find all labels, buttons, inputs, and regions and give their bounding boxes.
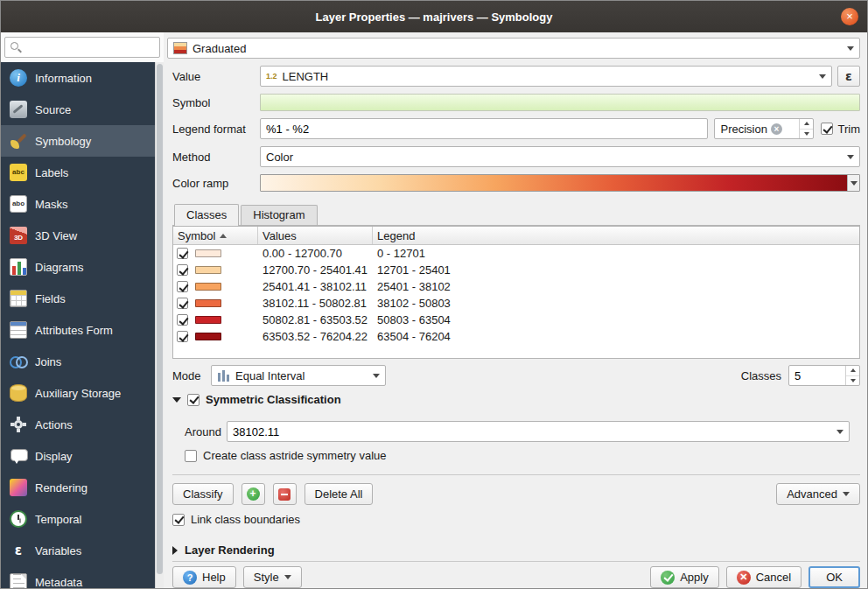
symmetric-checkbox[interactable] [187,394,200,406]
sidebar-item-display[interactable]: Display [1,440,155,472]
class-row[interactable]: 63503.52 - 76204.22 63504 - 76204 [173,328,859,345]
column-header-values[interactable]: Values [258,227,373,244]
sidebar-item-variables[interactable]: Variables [1,535,155,566]
ok-button[interactable]: OK [808,566,860,588]
class-color-swatch[interactable] [195,266,221,274]
sidebar-item-3d-view[interactable]: 3D View [1,220,155,251]
advanced-button[interactable]: Advanced [776,483,860,505]
help-icon: ? [183,571,197,585]
clear-icon[interactable]: × [771,123,782,135]
sidebar-item-labels[interactable]: Labels [1,157,155,188]
sidebar-item-information[interactable]: Information [1,62,155,94]
class-checkbox[interactable] [177,248,188,259]
around-input[interactable] [233,425,828,438]
class-checkbox[interactable] [177,331,188,342]
tab-classes[interactable]: Classes [174,204,239,226]
layer-rendering-expander-icon[interactable] [172,546,178,555]
decimal-field-icon: 1.2 [266,72,277,81]
class-checkbox[interactable] [177,314,188,326]
trim-label: Trim [837,123,860,136]
class-checkbox[interactable] [177,298,188,309]
style-button[interactable]: Style [243,566,302,588]
class-checkbox[interactable] [177,264,188,276]
class-row[interactable]: 0.00 - 12700.70 0 - 12701 [173,245,859,262]
class-row[interactable]: 50802.81 - 63503.52 50803 - 63504 [173,312,859,328]
diagrams-icon [10,258,27,276]
sidebar-item-auxiliary-storage[interactable]: Auxiliary Storage [1,377,155,409]
variables-icon [10,542,27,559]
class-row[interactable]: 38102.11 - 50802.81 38102 - 50803 [173,295,859,312]
class-color-swatch[interactable] [195,316,221,324]
sort-ascending-icon [220,234,227,238]
sidebar-item-source[interactable]: Source [1,94,155,125]
sidebar-item-attributes-form[interactable]: Attributes Form [1,314,155,346]
sidebar-item-metadata[interactable]: Metadata [1,566,155,588]
class-row[interactable]: 25401.41 - 38102.11 25401 - 38102 [173,278,859,295]
class-color-swatch[interactable] [195,299,221,307]
apply-check-icon [661,571,675,585]
column-header-symbol[interactable]: Symbol [173,227,258,244]
class-color-swatch[interactable] [195,283,221,291]
sidebar-item-joins[interactable]: Joins [1,346,155,377]
rendering-icon [10,479,27,496]
mode-combo[interactable]: Equal Interval [211,365,386,386]
sidebar-item-diagrams[interactable]: Diagrams [1,251,155,283]
astride-checkbox[interactable] [185,450,197,462]
sidebar-item-symbology[interactable]: Symbology [1,125,155,157]
layer-properties-dialog: Layer Properties — majrivers — Symbology… [0,0,868,589]
titlebar[interactable]: Layer Properties — majrivers — Symbology… [1,1,867,32]
search-input[interactable] [24,39,158,56]
symbol-preview[interactable] [260,94,860,111]
remove-class-button[interactable] [273,483,297,505]
cancel-x-icon: ✕ [737,571,751,585]
legend-format-input[interactable] [260,118,708,139]
sidebar-item-label: Fields [35,292,66,305]
around-combo[interactable] [227,421,850,442]
window-title: Layer Properties — majrivers — Symbology [316,11,553,24]
spin-up-button[interactable] [800,119,813,130]
add-class-button[interactable]: + [242,483,265,505]
layer-rendering-label: Layer Rendering [185,543,275,557]
renderer-combo[interactable]: Graduated [167,38,860,59]
graduated-renderer-icon [173,42,187,54]
spin-down-button[interactable] [800,130,813,139]
link-boundaries-checkbox[interactable] [172,514,185,526]
sidebar-item-rendering[interactable]: Rendering [1,472,155,503]
help-button[interactable]: ? Help [172,566,236,588]
sidebar-item-temporal[interactable]: Temporal [1,503,155,535]
class-symbol-cell [173,248,258,259]
spin-down-button[interactable] [846,376,859,386]
cancel-button[interactable]: ✕ Cancel [726,566,802,588]
expression-builder-button[interactable]: ε [837,66,860,87]
tab-histogram[interactable]: Histogram [241,205,317,225]
sidebar-item-label: Symbology [35,135,91,148]
delete-all-button[interactable]: Delete All [304,483,374,505]
apply-button[interactable]: Apply [650,566,719,588]
color-ramp-label: Color ramp [172,177,260,190]
classify-button[interactable]: Classify [172,483,234,505]
sidebar-item-fields[interactable]: Fields [1,283,155,314]
sidebar-item-actions[interactable]: Actions [1,409,155,440]
spin-up-button[interactable] [846,366,859,376]
value-field-combo[interactable]: 1.2 LENGTH [260,66,832,87]
sidebar-item-label: Metadata [35,576,82,589]
class-row[interactable]: 12700.70 - 25401.41 12701 - 25401 [173,262,859,278]
class-color-swatch[interactable] [195,249,221,257]
sidebar-scrollbar[interactable] [155,62,164,588]
class-checkbox[interactable] [177,281,188,292]
trim-checkbox[interactable] [821,123,833,135]
precision-spinbox[interactable]: Precision × [714,118,814,139]
close-button[interactable]: × [841,8,858,25]
column-header-legend[interactable]: Legend [373,227,859,244]
symmetric-expander-icon[interactable] [172,397,181,403]
auxiliary-storage-icon [10,384,27,402]
classes-spinbox[interactable] [788,365,860,386]
class-legend: 12701 - 25401 [373,263,859,277]
sidebar-scrollbar-thumb[interactable] [157,64,163,574]
method-combo[interactable]: Color [260,146,860,167]
sidebar-item-masks[interactable]: Masks [1,188,155,220]
class-symbol-cell [173,331,258,342]
color-ramp-combo[interactable] [260,174,860,192]
class-color-swatch[interactable] [195,333,221,340]
classes-count-input[interactable] [794,369,830,382]
